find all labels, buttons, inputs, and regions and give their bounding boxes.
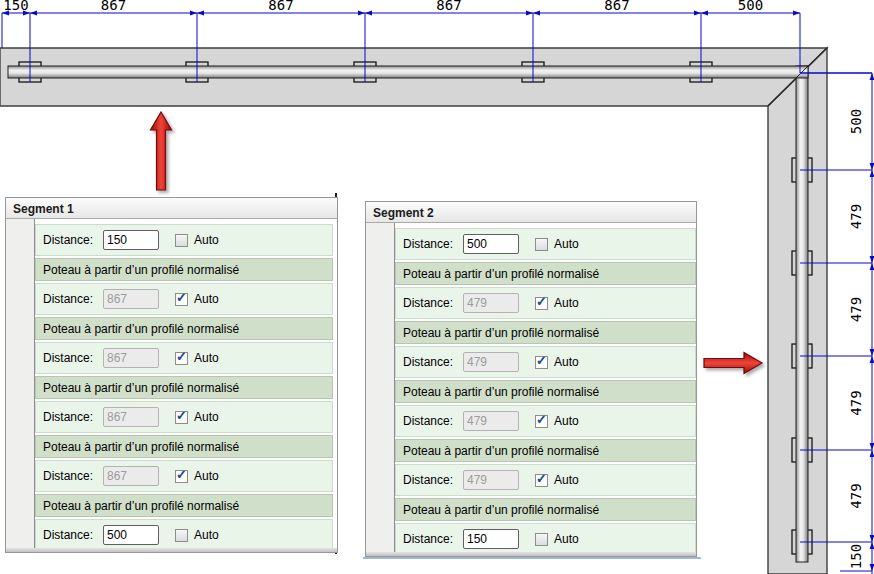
distance-input bbox=[103, 348, 159, 368]
post-type-row: Poteau à partir d’un profilé normalisé bbox=[35, 376, 333, 399]
distance-input[interactable] bbox=[103, 525, 159, 545]
dimension-arrowhead bbox=[358, 11, 365, 16]
panel-footer bbox=[366, 552, 696, 556]
distance-label: Distance: bbox=[43, 410, 99, 424]
distance-input bbox=[103, 466, 159, 486]
post-type-row: Poteau à partir d’un profilé normalisé bbox=[395, 380, 696, 403]
post-type-label: Poteau à partir d’un profilé normalisé bbox=[403, 503, 599, 517]
panel-rows: Distance:AutoPoteau à partir d’un profil… bbox=[395, 228, 696, 557]
distance-label: Distance: bbox=[403, 296, 459, 310]
auto-checkbox[interactable]: ✓ bbox=[535, 474, 548, 487]
distance-row: Distance:Auto bbox=[395, 228, 696, 260]
panel-footer bbox=[6, 548, 337, 552]
distance-label: Distance: bbox=[43, 233, 99, 247]
dimension-arrowhead bbox=[870, 443, 874, 450]
distance-label: Distance: bbox=[43, 292, 99, 306]
check-icon: ✓ bbox=[536, 471, 547, 486]
dimension-value: 500 bbox=[738, 0, 763, 13]
auto-checkbox[interactable]: ✓ bbox=[175, 411, 188, 424]
post-type-label: Poteau à partir d’un profilé normalisé bbox=[43, 263, 239, 277]
dimension-arrowhead bbox=[365, 11, 372, 16]
distance-row: Distance:✓Auto bbox=[35, 460, 333, 492]
distance-input[interactable] bbox=[463, 234, 519, 254]
check-icon: ✓ bbox=[536, 412, 547, 427]
auto-label: Auto bbox=[194, 233, 219, 247]
auto-label: Auto bbox=[554, 473, 579, 487]
auto-label: Auto bbox=[194, 351, 219, 365]
distance-row: Distance:✓Auto bbox=[395, 405, 696, 437]
post-type-label: Poteau à partir d’un profilé normalisé bbox=[403, 444, 599, 458]
dimension-arrowhead bbox=[793, 11, 800, 16]
check-icon: ✓ bbox=[536, 353, 547, 368]
up-arrow-icon bbox=[151, 112, 172, 190]
distance-row: Distance:✓Auto bbox=[35, 342, 333, 374]
auto-checkbox[interactable] bbox=[175, 234, 188, 247]
distance-label: Distance: bbox=[403, 237, 459, 251]
right-arrow-icon bbox=[704, 353, 762, 374]
auto-label: Auto bbox=[194, 410, 219, 424]
auto-checkbox[interactable] bbox=[535, 238, 548, 251]
top-dimension-labels: 150867867867867500 bbox=[3, 0, 763, 13]
dimension-arrowhead bbox=[870, 170, 874, 177]
distance-input[interactable] bbox=[103, 230, 159, 250]
horizontal-rail bbox=[8, 66, 808, 78]
dimension-value: 867 bbox=[436, 0, 461, 13]
distance-label: Distance: bbox=[43, 351, 99, 365]
check-icon: ✓ bbox=[176, 349, 187, 364]
distance-label: Distance: bbox=[43, 528, 99, 542]
post-type-row: Poteau à partir d’un profilé normalisé bbox=[395, 321, 696, 344]
right-dimension-labels: 500479479479479150 bbox=[848, 109, 864, 569]
post-type-label: Poteau à partir d’un profilé normalisé bbox=[43, 381, 239, 395]
check-icon: ✓ bbox=[176, 290, 187, 305]
distance-row: Distance:Auto bbox=[35, 519, 333, 551]
dimension-arrowhead bbox=[197, 11, 204, 16]
auto-checkbox[interactable]: ✓ bbox=[535, 415, 548, 428]
distance-input bbox=[103, 289, 159, 309]
post-type-row: Poteau à partir d’un profilé normalisé bbox=[35, 435, 333, 458]
distance-row: Distance:✓Auto bbox=[35, 283, 333, 315]
panel-rows: Distance:AutoPoteau à partir d’un profil… bbox=[35, 224, 333, 553]
auto-checkbox[interactable] bbox=[175, 529, 188, 542]
dimension-arrowhead bbox=[870, 163, 874, 170]
distance-label: Distance: bbox=[403, 532, 459, 546]
auto-label: Auto bbox=[194, 469, 219, 483]
dimension-arrowhead bbox=[870, 356, 874, 363]
dimension-value: 479 bbox=[848, 483, 864, 508]
auto-checkbox[interactable]: ✓ bbox=[175, 352, 188, 365]
distance-row: Distance:✓Auto bbox=[395, 464, 696, 496]
segment-title: Segment 2 bbox=[373, 206, 434, 220]
auto-checkbox[interactable]: ✓ bbox=[175, 470, 188, 483]
distance-input bbox=[103, 407, 159, 427]
auto-checkbox[interactable]: ✓ bbox=[175, 293, 188, 306]
dimension-arrowhead bbox=[526, 11, 533, 16]
check-icon: ✓ bbox=[176, 467, 187, 482]
distance-input bbox=[463, 293, 519, 313]
auto-label: Auto bbox=[554, 532, 579, 546]
dimension-arrowhead bbox=[190, 11, 197, 16]
dimension-arrowhead bbox=[870, 73, 874, 80]
post-type-label: Poteau à partir d’un profilé normalisé bbox=[403, 326, 599, 340]
dimension-arrowhead bbox=[870, 564, 874, 571]
dimension-value: 150 bbox=[3, 0, 28, 13]
post-type-row: Poteau à partir d’un profilé normalisé bbox=[35, 258, 333, 281]
distance-row: Distance:✓Auto bbox=[395, 346, 696, 378]
auto-checkbox[interactable]: ✓ bbox=[535, 356, 548, 369]
post-type-label: Poteau à partir d’un profilé normalisé bbox=[43, 499, 239, 513]
auto-checkbox[interactable]: ✓ bbox=[535, 297, 548, 310]
auto-label: Auto bbox=[554, 296, 579, 310]
distance-input[interactable] bbox=[463, 529, 519, 549]
distance-label: Distance: bbox=[403, 414, 459, 428]
dimension-value: 150 bbox=[848, 544, 864, 569]
dimension-value: 867 bbox=[101, 0, 126, 13]
auto-label: Auto bbox=[194, 292, 219, 306]
post-type-row: Poteau à partir d’un profilé normalisé bbox=[395, 498, 696, 521]
dimension-arrowhead bbox=[870, 450, 874, 457]
distance-label: Distance: bbox=[403, 355, 459, 369]
auto-checkbox[interactable] bbox=[535, 533, 548, 546]
check-icon: ✓ bbox=[176, 408, 187, 423]
dimension-value: 867 bbox=[604, 0, 629, 13]
post-type-label: Poteau à partir d’un profilé normalisé bbox=[43, 440, 239, 454]
distance-label: Distance: bbox=[43, 469, 99, 483]
auto-label: Auto bbox=[554, 237, 579, 251]
vertical-rail bbox=[796, 66, 808, 562]
